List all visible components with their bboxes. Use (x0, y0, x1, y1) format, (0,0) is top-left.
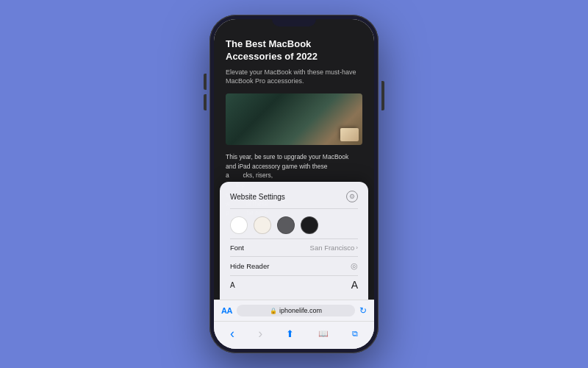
share-button[interactable]: ⬆ (282, 327, 298, 341)
volume-down-button (204, 94, 207, 110)
settings-icon: ⚙ (346, 191, 358, 202)
safari-url-text: iphonelife.com (279, 307, 322, 314)
website-settings-label: Website Settings (230, 193, 285, 201)
article-title: The Best MacBook Accessories of 2022 (226, 38, 362, 63)
phone-screen: The Best MacBook Accessories of 2022 Ele… (214, 19, 374, 349)
color-white-option[interactable] (230, 216, 248, 234)
color-theme-row (230, 212, 358, 239)
safari-bottom-nav: ‹ › ⬆ 📖 ⧉ (214, 321, 374, 349)
safari-address-bar: AA 🔒 iphonelife.com ↻ (214, 300, 374, 321)
font-size-row: A A (230, 276, 358, 294)
bookmarks-button[interactable]: 📖 (314, 328, 333, 340)
reload-button[interactable]: ↻ (359, 305, 367, 316)
tabs-button[interactable]: ⧉ (348, 328, 362, 340)
font-row[interactable]: Font San Francisco › (230, 239, 358, 257)
forward-button[interactable]: › (254, 325, 267, 343)
chevron-right-icon: › (356, 244, 358, 251)
website-settings-row[interactable]: Website Settings ⚙ (230, 191, 358, 209)
volume-up-button (204, 74, 207, 90)
back-button[interactable]: ‹ (226, 325, 239, 343)
safari-aa-button[interactable]: AA (221, 306, 232, 315)
phone-frame: The Best MacBook Accessories of 2022 Ele… (209, 15, 379, 353)
font-size-large-label[interactable]: A (351, 279, 358, 291)
reader-icon: ◎ (351, 261, 358, 271)
reader-settings-popup: Website Settings ⚙ Font San Franc (220, 182, 368, 300)
lock-icon: 🔒 (270, 308, 277, 314)
power-button (381, 81, 384, 110)
font-size-small-label[interactable]: A (230, 281, 235, 289)
color-cream-option[interactable] (254, 216, 271, 234)
color-dark-option[interactable] (301, 216, 318, 234)
phone-notch (272, 19, 316, 26)
gear-icon: ⚙ (349, 193, 355, 200)
font-value-container: San Francisco › (310, 244, 358, 252)
font-label: Font (230, 244, 244, 252)
article-image (226, 93, 362, 145)
web-content-area: The Best MacBook Accessories of 2022 Ele… (214, 19, 374, 300)
hide-reader-label: Hide Reader (230, 262, 269, 270)
article-subtitle: Elevate your MacBook with these must-hav… (226, 68, 362, 86)
safari-url-container[interactable]: 🔒 iphonelife.com (237, 305, 355, 316)
font-current-value: San Francisco (310, 244, 355, 252)
hide-reader-row[interactable]: Hide Reader ◎ (230, 257, 358, 276)
color-gray-option[interactable] (277, 216, 295, 234)
